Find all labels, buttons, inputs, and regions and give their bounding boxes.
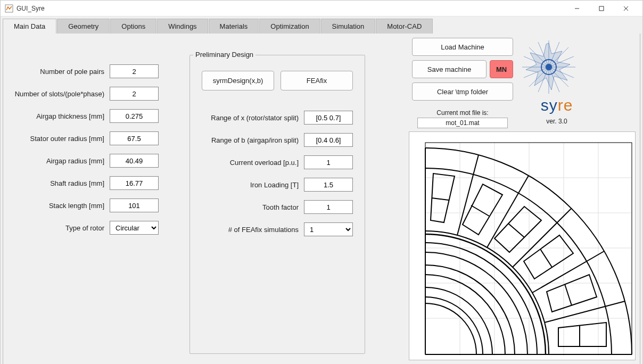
- svg-line-39: [540, 249, 552, 267]
- label-stator-radius: Stator outer radius [mm]: [3, 135, 110, 143]
- input-pole-pairs[interactable]: [110, 64, 159, 78]
- svg-line-34: [487, 176, 529, 247]
- label-slots: Number of slots/(pole*phase): [3, 90, 110, 98]
- close-button[interactable]: [614, 1, 638, 16]
- label-airgap-thickness: Airgap thickness [mm]: [3, 112, 110, 120]
- svg-line-40: [508, 224, 524, 237]
- label-rotor-type: Type of rotor: [3, 224, 110, 232]
- mn-button[interactable]: MN: [490, 60, 513, 78]
- titlebar: GUI_Syre: [1, 1, 642, 16]
- label-stack-length: Stack length [mm]: [3, 202, 110, 210]
- right-panel: Load Machine Save machine MN Clear \tmp …: [406, 38, 639, 360]
- tab-optimization[interactable]: Optimization: [259, 19, 320, 34]
- version-label: ver. 3.0: [520, 118, 594, 125]
- input-airgap-thickness[interactable]: [110, 109, 159, 123]
- current-mot-label: Current mot file is:: [412, 109, 513, 117]
- label-pole-pairs: Number of pole pairs: [3, 68, 110, 76]
- input-stack-length[interactable]: [110, 198, 159, 212]
- tab-motor-cad[interactable]: Motor-CAD: [376, 19, 433, 34]
- svg-line-38: [565, 284, 572, 305]
- select-rotor-type[interactable]: Circular: [110, 221, 159, 235]
- tab-main-data[interactable]: Main Data: [3, 19, 56, 34]
- save-machine-button[interactable]: Save machine: [412, 60, 487, 78]
- label-shaft-radius: Shaft radius [mm]: [3, 179, 110, 187]
- label-current-overload: Current overload [p.u.]: [190, 159, 304, 167]
- tab-geometry[interactable]: Geometry: [57, 19, 110, 34]
- tab-windings[interactable]: Windings: [157, 19, 208, 34]
- svg-rect-2: [599, 6, 604, 11]
- select-feafix-sims[interactable]: 1: [304, 222, 353, 236]
- tab-simulation[interactable]: Simulation: [321, 19, 376, 34]
- label-airgap-radius: Airgap radius [mm]: [3, 157, 110, 165]
- syre-logo-icon: [520, 38, 578, 96]
- label-tooth-factor: Tooth factor: [190, 203, 304, 211]
- label-feafix-sims: # of FEAfix simulations: [190, 226, 304, 234]
- svg-line-33: [513, 209, 571, 267]
- input-range-x[interactable]: [304, 111, 353, 125]
- feafix-button[interactable]: FEAfix: [281, 71, 353, 90]
- svg-line-41: [471, 205, 489, 216]
- load-machine-button[interactable]: Load Machine: [412, 38, 513, 56]
- clear-tmp-button[interactable]: Clear \tmp folder: [412, 82, 513, 101]
- input-range-b[interactable]: [304, 133, 353, 147]
- input-iron-loading[interactable]: [304, 178, 353, 192]
- label-range-b: Range of b (airgap/iron split): [190, 136, 304, 144]
- tab-bar: Main Data Geometry Options Windings Mate…: [3, 19, 640, 34]
- svg-line-42: [432, 198, 449, 200]
- svg-line-35: [457, 155, 479, 235]
- maximize-button[interactable]: [589, 1, 614, 16]
- app-icon: [5, 4, 13, 13]
- svg-line-31: [545, 301, 625, 322]
- input-tooth-factor[interactable]: [304, 200, 353, 214]
- syrm-design-button[interactable]: syrmDesign(x,b): [202, 71, 274, 90]
- preliminary-design-group: Preliminary Design syrmDesign(x,b) FEAfi…: [189, 55, 365, 354]
- input-stator-radius[interactable]: [110, 131, 159, 145]
- input-slots[interactable]: [110, 87, 159, 101]
- input-shaft-radius[interactable]: [110, 176, 159, 190]
- syre-logo-text: syre: [520, 96, 594, 114]
- motor-cross-section-plot: [409, 131, 636, 360]
- main-data-form: Number of pole pairs Number of slots/(po…: [3, 60, 184, 239]
- tab-materials[interactable]: Materials: [209, 19, 259, 34]
- current-mot-file: mot_01.mat: [417, 118, 508, 128]
- tab-options[interactable]: Options: [110, 19, 156, 34]
- window-title: GUI_Syre: [17, 5, 45, 12]
- input-airgap-radius[interactable]: [110, 154, 159, 168]
- input-current-overload[interactable]: [304, 155, 353, 169]
- minimize-button[interactable]: [565, 1, 589, 16]
- preliminary-design-title: Preliminary Design: [193, 51, 255, 59]
- label-iron-loading: Iron Loading [T]: [190, 181, 304, 189]
- label-range-x: Range of x (rotor/stator split): [190, 114, 304, 122]
